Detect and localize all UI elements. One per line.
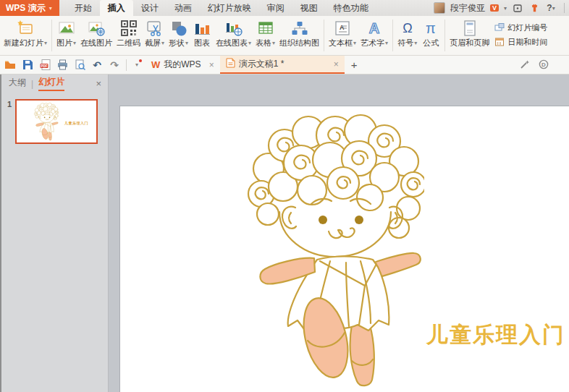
tab-slideshow[interactable]: 幻灯片放映	[200, 0, 259, 16]
tab-special-features[interactable]: 特色功能	[326, 0, 376, 16]
tab-home[interactable]: 开始	[67, 0, 100, 16]
close-icon[interactable]: ×	[334, 59, 339, 69]
vip-badge[interactable]: V	[490, 4, 499, 12]
undo-button[interactable]: ↶	[90, 58, 104, 72]
quick-access-toolbar: PDF ↶ ↷ ▾	[0, 56, 146, 74]
text-box-button[interactable]: A 文本框▾	[326, 17, 358, 54]
wps-w-logo-icon: W	[151, 59, 160, 70]
date-time-icon	[494, 37, 505, 48]
button-label: 公式	[423, 38, 439, 48]
printer-icon	[56, 59, 69, 71]
online-picture-button[interactable]: 在线图片	[78, 17, 114, 54]
tab-animation[interactable]: 动画	[167, 0, 200, 16]
online-picture-icon	[87, 19, 106, 38]
save-button[interactable]	[20, 58, 35, 72]
title-bar: WPS 演示 ▾ 开始 插入 设计 动画 幻灯片放映 审阅 视图 特色功能 段宇…	[0, 0, 569, 16]
wps-window: WPS 演示 ▾ 开始 插入 设计 动画 幻灯片放映 审阅 视图 特色功能 段宇…	[0, 0, 569, 392]
new-slide-button[interactable]: 新建幻灯片▾	[1, 17, 49, 54]
ribbon-group-separator	[324, 20, 324, 51]
formula-pi-icon: π	[421, 19, 440, 38]
d-badge-icon[interactable]: D	[539, 59, 549, 72]
header-footer-small-group: 幻灯片编号 日期和时间	[492, 17, 547, 54]
formula-button[interactable]: π 公式	[419, 17, 442, 54]
tab-review[interactable]: 审阅	[259, 0, 292, 16]
qr-code-button[interactable]: 二维码	[114, 17, 143, 54]
slide-thumbnail-list: 1 儿童乐理入门	[1, 93, 108, 144]
tab-outline[interactable]: 大纲	[9, 77, 26, 90]
user-name[interactable]: 段宇俊亚	[450, 2, 485, 14]
screenshot-scissors-icon	[146, 19, 164, 38]
slide-number-icon	[494, 22, 505, 33]
chevron-down-icon: ▾	[185, 38, 188, 48]
kid-drawing[interactable]	[236, 111, 424, 392]
help-button[interactable]: ? ▾	[545, 2, 557, 14]
slide-thumbnail-1[interactable]: 儿童乐理入门	[15, 99, 98, 144]
skin-shirt-icon[interactable]	[528, 2, 540, 14]
document-bar: PDF ↶ ↷ ▾ W 我的WPS × 演示文稿1 *	[0, 56, 569, 74]
notification-dot	[139, 59, 142, 62]
tab-view[interactable]: 视图	[292, 0, 326, 16]
chevron-down-icon: ▾	[44, 38, 47, 48]
main-content: 大纲 | 幻灯片 × 1 儿童乐理入门	[0, 74, 569, 392]
symbol-omega-icon: Ω	[398, 19, 417, 38]
help-label: ?	[547, 3, 552, 13]
table-button[interactable]: 表格▾	[253, 17, 277, 54]
wps-app-menu-button[interactable]: WPS 演示 ▾	[0, 0, 59, 16]
wand-tool-icon[interactable]	[520, 59, 530, 72]
new-slide-icon	[16, 19, 35, 38]
redo-button[interactable]: ↷	[107, 58, 122, 72]
chevron-down-icon: ▾	[248, 38, 251, 48]
doc-tab-my-wps[interactable]: W 我的WPS ×	[146, 56, 220, 74]
new-document-tab-button[interactable]: +	[345, 56, 364, 74]
chevron-down-icon: ▾	[161, 38, 164, 48]
svg-text:A: A	[340, 24, 345, 31]
slide-number-button[interactable]: 幻灯片编号	[494, 22, 547, 33]
date-time-button[interactable]: 日期和时间	[494, 37, 547, 48]
pdf-icon: PDF	[39, 59, 51, 71]
slide-1[interactable]: 儿童乐理入门	[119, 106, 569, 392]
button-label: 图片	[56, 38, 72, 48]
button-label: 图表	[194, 38, 210, 48]
toolbar-separator	[126, 59, 127, 71]
symbol-button[interactable]: Ω 符号▾	[395, 17, 419, 54]
svg-text:PDF: PDF	[41, 64, 47, 68]
print-preview-icon	[74, 59, 86, 71]
screenshot-button[interactable]: 截屏▾	[143, 17, 167, 54]
picture-button[interactable]: 图片▾	[54, 17, 78, 54]
export-pdf-button[interactable]: PDF	[38, 58, 52, 72]
chart-button[interactable]: 图表	[190, 17, 214, 54]
svg-text:π: π	[426, 20, 436, 36]
online-chart-icon	[224, 19, 243, 38]
print-button[interactable]	[55, 58, 69, 72]
tab-slides[interactable]: 幻灯片	[38, 76, 64, 91]
tab-insert[interactable]: 插入	[100, 0, 133, 16]
presentation-file-icon	[226, 58, 235, 70]
close-icon[interactable]: ×	[209, 60, 214, 70]
tab-design[interactable]: 设计	[133, 0, 167, 16]
customize-toolbar-button[interactable]: ▾	[131, 58, 143, 72]
button-label: 新建幻灯片	[4, 38, 43, 48]
thumbnail-kid-drawing	[33, 102, 59, 142]
slide-number-label: 1	[1, 100, 12, 144]
user-avatar[interactable]	[434, 2, 445, 14]
print-preview-button[interactable]	[72, 58, 87, 72]
word-art-button[interactable]: A 艺术字▾	[358, 17, 390, 54]
svg-text:D: D	[541, 61, 546, 68]
header-footer-button[interactable]: 页眉和页脚	[447, 17, 492, 54]
titlebar-right: 段宇俊亚 V ▾ ? ▾	[434, 0, 569, 16]
button-label: 幻灯片编号	[507, 22, 547, 33]
doc-tab-presentation1[interactable]: 演示文稿1 * ×	[220, 56, 345, 74]
shapes-button[interactable]: 形状▾	[167, 17, 190, 54]
slides-panel-header: 大纲 | 幻灯片 ×	[1, 74, 108, 93]
close-panel-button[interactable]: ×	[96, 78, 101, 89]
slide-caption-text[interactable]: 儿童乐理入门	[426, 320, 565, 350]
org-chart-button[interactable]: 组织结构图	[277, 17, 321, 54]
chevron-down-icon: ▾	[49, 5, 52, 12]
message-icon[interactable]	[512, 2, 523, 14]
button-label: 二维码	[117, 38, 140, 48]
open-file-button[interactable]	[3, 58, 17, 72]
button-label: 在线图片	[80, 38, 112, 48]
online-chart-button[interactable]: 在线图表▾	[214, 17, 253, 54]
editing-canvas[interactable]: 儿童乐理入门	[109, 74, 569, 392]
picture-icon	[57, 19, 76, 38]
